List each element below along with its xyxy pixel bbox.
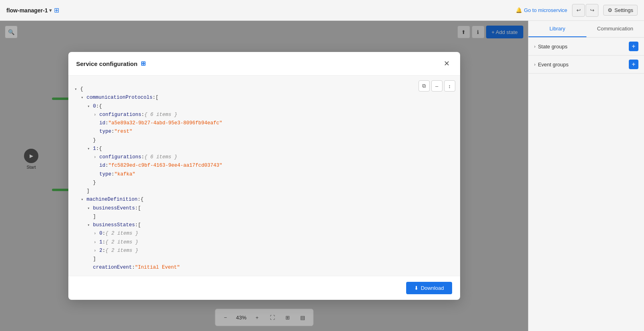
flow-title-chevron[interactable]: ▾ xyxy=(49,8,52,13)
chevron-configurations-0[interactable]: › xyxy=(94,112,99,118)
add-state-group-button[interactable]: + xyxy=(629,42,638,51)
tab-communication[interactable]: Communication xyxy=(586,21,644,37)
redo-button[interactable]: ↪ xyxy=(586,4,598,17)
state-groups-left: › State groups xyxy=(534,44,567,50)
json-line-id-1: › id : "fc5829ed-c9bf-4163-9ee4-aa17fcd0… xyxy=(75,162,454,170)
chevron-state-2[interactable]: › xyxy=(94,247,99,254)
modal-body: ⧉ – ↕ ▾ { xyxy=(68,76,460,276)
modal-footer: ⬇ Download xyxy=(68,276,460,300)
json-line-comm-close: › ] xyxy=(75,187,454,195)
state-groups-label: State groups xyxy=(538,44,568,50)
collapse-icon: – xyxy=(435,83,438,89)
undo-redo-group: ↩ ↪ xyxy=(572,4,598,17)
copy-button[interactable]: ⧉ xyxy=(419,80,430,92)
settings-label: Settings xyxy=(614,7,633,13)
settings-button[interactable]: ⚙ Settings xyxy=(603,5,638,16)
event-groups-left: › Event groups xyxy=(534,62,568,68)
download-label: Download xyxy=(421,285,444,291)
chevron-state-1[interactable]: › xyxy=(94,239,99,246)
json-line-business-states: ▾ businessStates :[ xyxy=(75,221,454,229)
json-line-type-0: › type : "rest" xyxy=(75,128,454,136)
chevron-0[interactable]: ▾ xyxy=(88,103,92,110)
json-line-root: ▾ { xyxy=(75,85,454,94)
canvas-area: 🔍 ⬆ ℹ + Add state ▶ Start Co Co xyxy=(0,21,528,331)
right-sidebar: Library Communication › State groups + ›… xyxy=(528,21,644,331)
json-line-comm-protocols: ▾ communicationProtocols :[ xyxy=(75,94,454,102)
state-groups-section: › State groups + xyxy=(528,38,644,56)
book-icon[interactable]: ⊞ xyxy=(54,6,59,14)
topbar: flow-manager-1 ▾ ⊞ 🔔 Go to microservice … xyxy=(0,0,644,21)
chevron-1[interactable]: ▾ xyxy=(88,146,92,152)
json-line-1-close: › } xyxy=(75,179,454,187)
plus-icon-2: + xyxy=(632,61,635,68)
json-toolbar: ⧉ – ↕ xyxy=(419,80,455,92)
copy-icon: ⧉ xyxy=(422,83,426,89)
undo-icon: ↩ xyxy=(576,7,581,13)
json-line-state-2: › 2 : { 2 items } xyxy=(75,247,454,255)
expand-icon: ↕ xyxy=(448,83,451,89)
tab-library[interactable]: Library xyxy=(528,21,586,37)
bell-icon: 🔔 xyxy=(516,7,522,13)
modal-header: Service configuration ⊞ ✕ xyxy=(68,52,460,76)
json-line-0: ▾ 0 :{ xyxy=(75,102,454,111)
json-line-1: ▾ 1 :{ xyxy=(75,145,454,153)
add-event-group-button[interactable]: + xyxy=(629,60,638,69)
json-line-states-close: › ] xyxy=(75,255,454,263)
collapse-button[interactable]: – xyxy=(431,80,443,92)
event-groups-label: Event groups xyxy=(538,62,569,68)
json-line-0-close: › } xyxy=(75,136,454,145)
tab-communication-label: Communication xyxy=(597,26,633,32)
flow-title-text: flow-manager-1 xyxy=(6,7,48,14)
expand-button[interactable]: ↕ xyxy=(444,80,455,92)
go-microservice-label: Go to microservice xyxy=(524,7,567,13)
modal-title-group: Service configuration ⊞ xyxy=(76,60,146,67)
json-line-state-0: › 0 : { 2 items } xyxy=(75,229,454,238)
main-layout: 🔍 ⬆ ℹ + Add state ▶ Start Co Co xyxy=(0,21,644,331)
chevron-states[interactable]: ▾ xyxy=(88,222,92,229)
json-line-id-0: › id : "a5e89a32-9b27-4abd-95e3-8096fb94… xyxy=(75,119,454,128)
chevron-event-groups[interactable]: › xyxy=(534,62,536,67)
download-icon: ⬇ xyxy=(414,285,419,291)
service-config-modal: Service configuration ⊞ ✕ ⧉ xyxy=(68,52,460,300)
modal-book-icon: ⊞ xyxy=(141,60,146,67)
topbar-left: flow-manager-1 ▾ ⊞ xyxy=(6,6,59,14)
json-line-machine-def: ▾ machineDefinition :{ xyxy=(75,195,454,204)
json-line-business-events: ▾ businessEvents :[ xyxy=(75,204,454,213)
flow-title[interactable]: flow-manager-1 ▾ xyxy=(6,7,52,14)
json-line-events-close: › ] xyxy=(75,213,454,221)
close-icon: ✕ xyxy=(444,60,450,68)
chevron-configurations-1[interactable]: › xyxy=(94,154,99,161)
redo-icon: ↪ xyxy=(590,7,594,13)
modal-title-text: Service configuration xyxy=(76,60,138,67)
chevron-state-groups[interactable]: › xyxy=(534,44,536,49)
topbar-right: 🔔 Go to microservice ↩ ↪ ⚙ Settings xyxy=(516,4,638,17)
json-line-creation-event: › creationEvent : "Initial Event" xyxy=(75,263,454,272)
chevron-events[interactable]: ▾ xyxy=(88,205,92,212)
chevron-machine[interactable]: ▾ xyxy=(81,196,86,203)
chevron-root[interactable]: ▾ xyxy=(75,86,80,93)
modal-close-button[interactable]: ✕ xyxy=(441,58,452,69)
undo-button[interactable]: ↩ xyxy=(572,4,585,17)
gear-icon: ⚙ xyxy=(608,7,612,13)
json-line-configurations-0: › configurations : { 6 items } xyxy=(75,111,454,119)
sidebar-tabs: Library Communication xyxy=(528,21,644,38)
json-content: ▾ { ▾ communicationProtocols :[ ▾ 0 :{ xyxy=(75,82,454,275)
download-button[interactable]: ⬇ Download xyxy=(406,282,452,294)
go-microservice-button[interactable]: 🔔 Go to microservice xyxy=(516,7,567,13)
modal-overlay: Service configuration ⊞ ✕ ⧉ xyxy=(0,21,528,331)
event-groups-section: › Event groups + xyxy=(528,56,644,74)
json-line-type-1: › type : "kafka" xyxy=(75,170,454,179)
chevron-comm[interactable]: ▾ xyxy=(81,94,86,101)
chevron-state-0[interactable]: › xyxy=(94,230,99,237)
plus-icon: + xyxy=(632,43,635,50)
json-line-state-1: › 1 : { 2 items } xyxy=(75,238,454,247)
tab-library-label: Library xyxy=(549,26,565,32)
json-line-configurations-1: › configurations : { 6 items } xyxy=(75,153,454,162)
